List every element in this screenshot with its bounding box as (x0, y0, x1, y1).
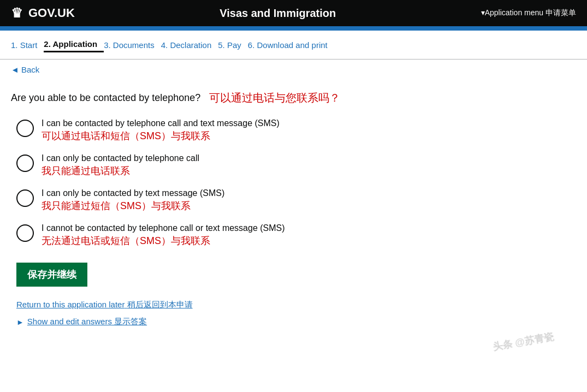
question-chinese: 可以通过电话与您联系吗？ (209, 91, 340, 105)
radio-label-en-2[interactable]: I can only be contacted by telephone cal… (41, 153, 199, 163)
show-edit-label-en: Show and edit answers (27, 317, 112, 326)
step-start[interactable]: 1. Start (11, 38, 44, 52)
site-title: Visas and Immigration (220, 7, 336, 20)
radio-labels-3: I can only be contacted by text message … (41, 188, 224, 212)
radio-input-3[interactable] (16, 189, 34, 207)
back-link[interactable]: ◄ Back (0, 60, 50, 80)
radio-label-cn-4: 无法通过电话或短信（SMS）与我联系 (41, 234, 285, 247)
step-download[interactable]: 6. Download and print (248, 38, 334, 52)
radio-label-en-3[interactable]: I can only be contacted by text message … (41, 188, 224, 198)
step-application[interactable]: 2. Application (44, 37, 104, 52)
step-pay[interactable]: 5. Pay (218, 38, 248, 52)
radio-option-2: I can only be contacted by telephone cal… (16, 153, 481, 177)
blue-accent-bar (0, 26, 587, 31)
radio-input-4[interactable] (16, 224, 34, 242)
question-row: Are you able to be contacted by telephon… (11, 91, 481, 105)
radio-label-en-4[interactable]: I cannot be contacted by telephone call … (41, 223, 285, 233)
save-continue-button[interactable]: 保存并继续 (16, 263, 87, 287)
main-content: Are you able to be contacted by telephon… (0, 80, 491, 338)
radio-label-cn-2: 我只能通过电话联系 (41, 164, 199, 177)
gov-logo: ♛ GOV.UK (11, 5, 75, 21)
radio-labels-1: I can be contacted by telephone call and… (41, 118, 280, 142)
application-menu[interactable]: ▾Application menu 申请菜单 (481, 8, 576, 18)
radio-input-1[interactable] (16, 120, 34, 137)
radio-label-cn-1: 可以通过电话和短信（SMS）与我联系 (41, 129, 280, 142)
page-header: ♛ GOV.UK Visas and Immigration ▾Applicat… (0, 0, 587, 26)
footer-links: Return to this application later 稍后返回到本申… (11, 300, 481, 327)
show-edit-row: ► Show and edit answers 显示答案 (16, 317, 481, 327)
crown-icon: ♛ (11, 5, 23, 21)
watermark: 头条 @苏青瓷 (492, 330, 555, 338)
radio-option-1: I can be contacted by telephone call and… (16, 118, 481, 142)
step-declaration[interactable]: 4. Declaration (161, 38, 218, 52)
step-documents[interactable]: 3. Documents (104, 38, 161, 52)
steps-navigation: 1. Start 2. Application 3. Documents 4. … (0, 31, 587, 60)
question-english: Are you able to be contacted by telephon… (11, 92, 200, 104)
show-edit-link[interactable]: Show and edit answers 显示答案 (27, 317, 147, 327)
show-edit-arrow-icon: ► (16, 318, 24, 326)
logo-text: GOV.UK (28, 6, 75, 20)
radio-option-3: I can only be contacted by text message … (16, 188, 481, 212)
radio-option-4: I cannot be contacted by telephone call … (16, 223, 481, 247)
show-edit-label-cn: 显示答案 (114, 317, 147, 326)
return-link[interactable]: Return to this application later 稍后返回到本申… (16, 300, 481, 310)
return-link-en: Return to this application later (16, 300, 124, 309)
radio-label-cn-3: 我只能通过短信（SMS）与我联系 (41, 199, 224, 212)
return-link-cn: 稍后返回到本申请 (127, 300, 193, 309)
radio-labels-2: I can only be contacted by telephone cal… (41, 153, 199, 177)
radio-label-en-1[interactable]: I can be contacted by telephone call and… (41, 118, 280, 128)
radio-input-2[interactable] (16, 155, 34, 172)
radio-group: I can be contacted by telephone call and… (11, 118, 481, 254)
radio-labels-4: I cannot be contacted by telephone call … (41, 223, 285, 247)
